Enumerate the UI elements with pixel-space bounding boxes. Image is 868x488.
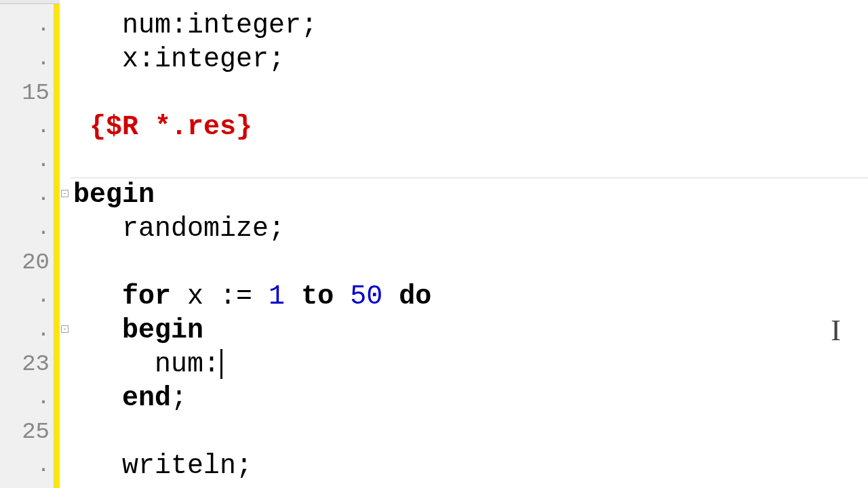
- code-editor[interactable]: . . 15 . . . . 20 . . 23 . 25 . - - num:…: [0, 0, 868, 488]
- identifier: x: [187, 281, 203, 312]
- code-line[interactable]: {$R *.res}: [71, 110, 868, 144]
- gutter-mark: .: [0, 211, 54, 245]
- compiler-directive: {$R *.res}: [90, 112, 252, 142]
- code-area[interactable]: num:integer; x:integer; {$R *.res} begin…: [71, 0, 868, 488]
- gutter-mark: .: [0, 8, 54, 42]
- number-literal: 1: [269, 281, 285, 312]
- code-line[interactable]: num:: [71, 347, 868, 381]
- gutter-line-number: 25: [0, 415, 54, 449]
- code-line[interactable]: end;: [71, 381, 868, 415]
- fold-toggle-icon[interactable]: -: [61, 325, 68, 333]
- keyword-for: for: [122, 281, 171, 312]
- code-text: ;: [171, 383, 187, 413]
- operator-assign: :=: [220, 281, 252, 312]
- gutter-mark: .: [0, 144, 54, 178]
- code-line[interactable]: begin: [71, 178, 868, 211]
- line-number-gutter[interactable]: . . 15 . . . . 20 . . 23 . 25 .: [0, 0, 54, 488]
- code-line[interactable]: x:integer;: [71, 42, 868, 76]
- gutter-line-number: 20: [0, 245, 54, 279]
- code-text: num:integer;: [122, 10, 317, 41]
- code-text: x:integer;: [122, 44, 285, 75]
- region-separator: [71, 178, 868, 178]
- modification-bar: [54, 0, 60, 488]
- gutter-mark: .: [0, 110, 54, 144]
- keyword-end: end: [122, 383, 171, 413]
- gutter-line-number: 23: [0, 347, 54, 381]
- code-line[interactable]: writeln;: [71, 449, 868, 483]
- number-literal: 50: [350, 281, 382, 312]
- gutter-mark: .: [0, 279, 54, 313]
- fold-toggle-icon[interactable]: -: [61, 190, 68, 197]
- keyword-begin: begin: [122, 315, 203, 346]
- code-line[interactable]: [71, 245, 868, 279]
- text-caret: [220, 349, 222, 379]
- gutter-mark: .: [0, 313, 54, 347]
- gutter-line-number: 15: [0, 76, 54, 110]
- gutter-mark: .: [0, 42, 54, 76]
- code-line[interactable]: [71, 144, 868, 178]
- keyword-begin: begin: [73, 180, 155, 210]
- code-line[interactable]: num:integer;: [71, 8, 868, 42]
- code-text: writeln;: [122, 451, 252, 481]
- code-line[interactable]: [71, 415, 868, 449]
- gutter-mark: .: [0, 178, 54, 211]
- keyword-to: to: [301, 281, 334, 312]
- code-text: num:: [155, 349, 220, 380]
- code-line[interactable]: randomize;: [71, 211, 868, 245]
- keyword-do: do: [399, 281, 431, 312]
- fold-gutter[interactable]: - -: [60, 0, 71, 488]
- code-line[interactable]: begin: [71, 313, 868, 347]
- code-line[interactable]: for x := 1 to 50 do: [71, 279, 868, 313]
- gutter-mark: .: [0, 449, 54, 483]
- code-line[interactable]: [71, 76, 868, 110]
- code-text: randomize;: [122, 214, 285, 244]
- gutter-mark: .: [0, 381, 54, 415]
